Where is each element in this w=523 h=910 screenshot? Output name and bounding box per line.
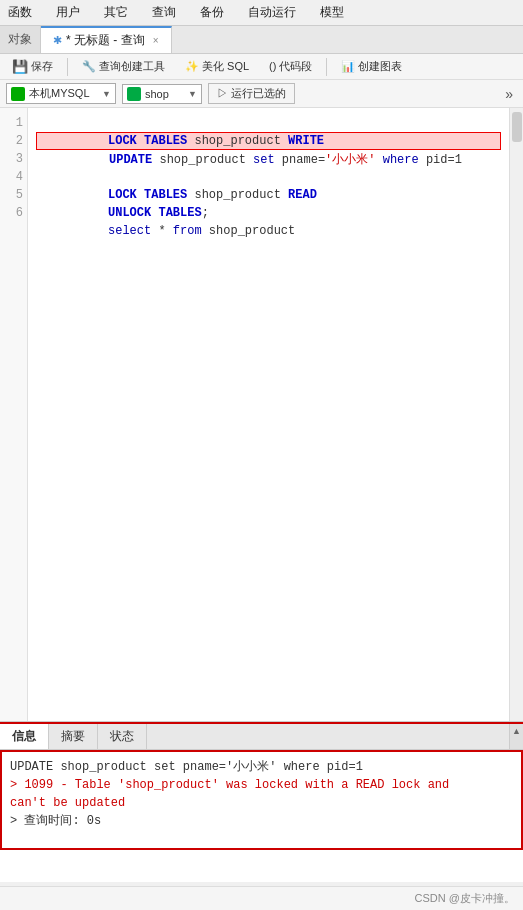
- connection-icon: [11, 87, 25, 101]
- query-tab[interactable]: ✱ * 无标题 - 查询 ×: [41, 26, 172, 53]
- line-num-4: 4: [4, 168, 23, 186]
- line-num-2: 2: [4, 132, 23, 150]
- db-select[interactable]: shop ▼: [122, 84, 202, 104]
- create-chart-label: 创建图表: [358, 59, 402, 74]
- code-editor[interactable]: LOCK TABLES shop_product WRITE UPDATE sh…: [28, 108, 509, 721]
- code-line-1: LOCK TABLES shop_product WRITE: [36, 114, 501, 132]
- line-num-5: 5: [4, 186, 23, 204]
- conn-bar: 本机MYSQL ▼ shop ▼ ▷ 运行已选的 »: [0, 80, 523, 108]
- create-chart-button[interactable]: 📊 创建图表: [335, 57, 408, 76]
- line-num-6: 6: [4, 204, 23, 222]
- menu-other[interactable]: 其它: [100, 2, 132, 23]
- connection-select[interactable]: 本机MYSQL ▼: [6, 83, 116, 104]
- line-num-3: 3: [4, 150, 23, 168]
- db-arrow-icon: ▼: [188, 89, 197, 99]
- toolbar-divider-2: [326, 58, 327, 76]
- editor-area[interactable]: 1 2 3 4 5 6 LOCK TABLES shop_product WRI…: [0, 108, 523, 722]
- editor-content: 1 2 3 4 5 6 LOCK TABLES shop_product WRI…: [0, 108, 523, 721]
- bottom-panel: 信息 摘要 状态 ▲ UPDATE shop_product set pname…: [0, 722, 523, 882]
- beautify-button[interactable]: ✨ 美化 SQL: [179, 57, 255, 76]
- menu-backup[interactable]: 备份: [196, 2, 228, 23]
- menu-bar: 函数 用户 其它 查询 备份 自动运行 模型: [0, 0, 523, 26]
- main-container: 1 2 3 4 5 6 LOCK TABLES shop_product WRI…: [0, 108, 523, 882]
- toolbar-divider-1: [67, 58, 68, 76]
- scrollbar-thumb: [512, 112, 522, 142]
- tab-close-btn[interactable]: ×: [153, 35, 159, 46]
- toolbar: 💾 保存 🔧 查询创建工具 ✨ 美化 SQL () 代码段 📊 创建图表: [0, 54, 523, 80]
- tab-status[interactable]: 状态: [98, 724, 147, 749]
- save-icon: 💾: [12, 59, 28, 74]
- query-tool-label: 查询创建工具: [99, 59, 165, 74]
- run-label: ▷ 运行已选的: [217, 86, 286, 101]
- tab-bar: 对象 ✱ * 无标题 - 查询 ×: [0, 26, 523, 54]
- menu-functions[interactable]: 函数: [4, 2, 36, 23]
- db-icon: [127, 87, 141, 101]
- code-snippet-button[interactable]: () 代码段: [263, 57, 318, 76]
- result-line-3: can't be updated: [10, 794, 513, 812]
- line-num-1: 1: [4, 114, 23, 132]
- menu-model[interactable]: 模型: [316, 2, 348, 23]
- sidebar-label: 对象: [0, 26, 41, 53]
- query-tool-icon: 🔧: [82, 60, 96, 73]
- connection-name: 本机MYSQL: [29, 86, 90, 101]
- expand-icon[interactable]: »: [501, 86, 517, 102]
- beautify-label: 美化 SQL: [202, 59, 249, 74]
- bottom-scrollbar-arrow[interactable]: ▲: [509, 724, 523, 749]
- menu-auto-run[interactable]: 自动运行: [244, 2, 300, 23]
- footer: CSDN @皮卡冲撞。: [0, 886, 523, 910]
- menu-users[interactable]: 用户: [52, 2, 84, 23]
- tab-info[interactable]: 信息: [0, 724, 49, 749]
- save-button[interactable]: 💾 保存: [6, 57, 59, 76]
- save-label: 保存: [31, 59, 53, 74]
- menu-query[interactable]: 查询: [148, 2, 180, 23]
- code-snippet-label: () 代码段: [269, 59, 312, 74]
- editor-scrollbar[interactable]: [509, 108, 523, 721]
- code-line-4: LOCK TABLES shop_product READ: [36, 168, 501, 186]
- footer-text: CSDN @皮卡冲撞。: [415, 891, 515, 906]
- db-name: shop: [145, 88, 169, 100]
- tab-icon: ✱: [53, 34, 62, 47]
- tab-summary[interactable]: 摘要: [49, 724, 98, 749]
- bottom-tabs: 信息 摘要 状态 ▲: [0, 724, 523, 750]
- result-line-4: > 查询时间: 0s: [10, 812, 513, 830]
- beautify-icon: ✨: [185, 60, 199, 73]
- connection-arrow-icon: ▼: [102, 89, 111, 99]
- result-line-1: UPDATE shop_product set pname='小小米' wher…: [10, 758, 513, 776]
- tab-title: * 无标题 - 查询: [66, 32, 145, 49]
- chart-icon: 📊: [341, 60, 355, 73]
- run-button[interactable]: ▷ 运行已选的: [208, 83, 295, 104]
- result-line-2: > 1099 - Table 'shop_product' was locked…: [10, 776, 513, 794]
- line-numbers: 1 2 3 4 5 6: [0, 108, 28, 721]
- query-tool-button[interactable]: 🔧 查询创建工具: [76, 57, 171, 76]
- bottom-content: UPDATE shop_product set pname='小小米' wher…: [0, 750, 523, 850]
